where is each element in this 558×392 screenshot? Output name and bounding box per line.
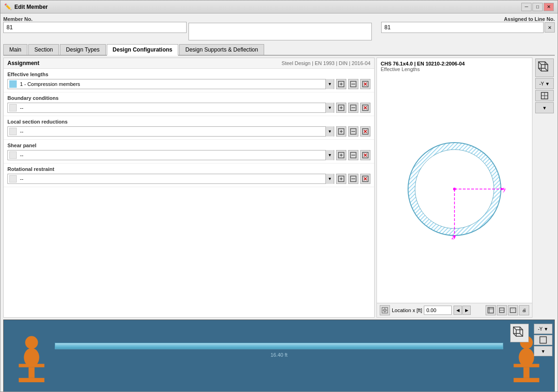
local-delete-btn[interactable] xyxy=(360,126,370,137)
print-btn[interactable]: 🖨 xyxy=(519,305,529,315)
svg-rect-89 xyxy=(540,337,546,343)
effective-lengths-color xyxy=(9,80,17,88)
svg-line-69 xyxy=(545,68,548,71)
3d-overlay-btn[interactable] xyxy=(510,324,529,342)
effective-lengths-row: 1 - Compression members ▼ xyxy=(7,79,370,89)
effective-lengths-section: Effective lengths 1 - Compression member… xyxy=(4,69,374,92)
rotational-restraint-section: Rotational restraint -- ▼ xyxy=(4,163,374,187)
effective-lengths-edit-btn[interactable] xyxy=(348,79,358,89)
svg-line-86 xyxy=(520,327,523,330)
boundary-delete-btn[interactable] xyxy=(360,103,370,113)
rotational-restraint-label: Rotational restraint xyxy=(7,166,370,172)
view-btn-3[interactable] xyxy=(508,305,518,315)
window-title: Edit Member xyxy=(14,4,521,10)
member-no-value: 81 xyxy=(3,22,187,33)
shear-panel-label: Shear panel xyxy=(7,143,370,148)
local-add-btn[interactable] xyxy=(336,126,346,137)
rotational-edit-btn[interactable] xyxy=(348,174,358,184)
local-section-dropdown[interactable]: -- ▼ xyxy=(7,126,334,137)
view-mode-btn[interactable] xyxy=(535,90,554,101)
svg-rect-75 xyxy=(19,364,44,367)
svg-point-73 xyxy=(25,336,38,349)
rotational-restraint-color xyxy=(9,175,17,183)
location-row: Location x [ft] ◀ ▶ xyxy=(377,303,532,317)
shear-delete-btn[interactable] xyxy=(360,150,370,160)
effective-lengths-arrow[interactable]: ▼ xyxy=(325,79,334,89)
tab-bar: Main Section Design Types Design Configu… xyxy=(3,44,555,56)
rotational-restraint-row: -- ▼ xyxy=(7,174,370,184)
view-btn-1[interactable] xyxy=(486,305,496,315)
rotational-delete-btn[interactable] xyxy=(360,174,370,184)
effective-lengths-add-btn[interactable] xyxy=(336,79,346,89)
assigned-row: 81 ✕ xyxy=(381,22,555,33)
svg-line-68 xyxy=(539,68,541,71)
assigned-value: 81 xyxy=(381,22,544,33)
svg-line-66 xyxy=(539,62,541,65)
minimize-btn[interactable]: ─ xyxy=(521,3,532,11)
location-label: Location x [ft] xyxy=(392,307,422,313)
local-section-color xyxy=(9,128,17,135)
boundary-conditions-label: Boundary conditions xyxy=(7,95,370,101)
steel-info: Steel Design | EN 1993 | DIN | 2016-04 xyxy=(282,60,370,66)
rotational-add-btn[interactable] xyxy=(336,174,346,184)
nav-prev-btn[interactable]: ◀ xyxy=(454,306,462,315)
tab-section[interactable]: Section xyxy=(28,44,59,55)
effective-lengths-delete-btn[interactable] xyxy=(360,79,370,89)
location-icon-btn[interactable] xyxy=(380,305,390,315)
shear-panel-arrow[interactable]: ▼ xyxy=(325,150,334,160)
rotational-restraint-text: -- xyxy=(18,176,325,182)
view-btn-2[interactable] xyxy=(497,305,507,315)
boundary-conditions-arrow[interactable]: ▼ xyxy=(325,103,334,113)
svg-rect-80 xyxy=(513,364,539,367)
boundary-conditions-color xyxy=(9,104,17,111)
location-input[interactable] xyxy=(424,306,452,315)
svg-line-67 xyxy=(545,62,548,65)
render-btn[interactable]: ▼ xyxy=(535,102,554,113)
view-y-btn[interactable]: -Y ▼ xyxy=(534,324,552,334)
boundary-conditions-text: -- xyxy=(18,105,325,111)
maximize-btn[interactable]: □ xyxy=(532,3,543,11)
section-info: CHS 76.1x4.0 | EN 10210-2:2006-04 Effect… xyxy=(377,58,532,75)
shear-panel-text: -- xyxy=(18,152,325,158)
shear-panel-dropdown[interactable]: -- ▼ xyxy=(7,150,334,160)
effective-lengths-dropdown[interactable]: 1 - Compression members ▼ xyxy=(7,79,334,89)
member-no-section: Member No. 81 xyxy=(3,16,187,40)
local-section-row: -- ▼ xyxy=(7,126,370,137)
boundary-conditions-dropdown[interactable]: -- ▼ xyxy=(7,103,334,113)
assigned-label: Assigned to Line No. xyxy=(504,16,555,22)
boundary-add-btn[interactable] xyxy=(336,103,346,113)
beam-element xyxy=(55,343,503,349)
section-title: CHS 76.1x4.0 | EN 10210-2:2006-04 xyxy=(381,61,528,66)
y-axis-btn[interactable]: -Y ▼ xyxy=(535,78,554,89)
assignment-title: Assignment xyxy=(7,60,39,66)
rotational-restraint-arrow[interactable]: ▼ xyxy=(325,174,334,184)
3d-cube-btn[interactable] xyxy=(535,59,554,77)
local-edit-btn[interactable] xyxy=(348,126,358,137)
left-support xyxy=(13,334,50,392)
view-grid-btn[interactable] xyxy=(534,335,552,345)
tab-design-configurations[interactable]: Design Configurations xyxy=(107,44,179,56)
effective-lengths-text: 1 - Compression members xyxy=(18,81,325,87)
assigned-section: Assigned to Line No. 81 ✕ xyxy=(374,16,555,40)
window-controls: ─ □ ✕ xyxy=(521,3,554,11)
svg-line-85 xyxy=(513,327,516,330)
clear-assigned-btn[interactable]: ✕ xyxy=(545,22,555,33)
title-bar: ✏️ Edit Member ─ □ ✕ xyxy=(0,0,558,13)
left-panel: Assignment Steel Design | EN 1993 | DIN … xyxy=(3,58,375,318)
view-shade-btn[interactable]: ▼ xyxy=(534,346,552,356)
rotational-restraint-dropdown[interactable]: -- ▼ xyxy=(7,174,334,184)
beam-length-label: 16.40 ft xyxy=(271,352,288,358)
left-support-svg xyxy=(15,334,48,392)
section-diagram-area: y z xyxy=(377,75,532,303)
close-btn[interactable]: ✕ xyxy=(544,3,554,11)
local-section-arrow[interactable]: ▼ xyxy=(325,126,334,137)
shear-edit-btn[interactable] xyxy=(348,150,358,160)
boundary-edit-btn[interactable] xyxy=(348,103,358,113)
shear-add-btn[interactable] xyxy=(336,150,346,160)
tab-design-types[interactable]: Design Types xyxy=(60,44,106,55)
line-no-section xyxy=(188,16,372,40)
right-toolbar: -Y ▼ ▼ xyxy=(534,58,555,318)
tab-design-supports[interactable]: Design Supports & Deflection xyxy=(179,44,264,55)
nav-next-btn[interactable]: ▶ xyxy=(462,306,471,315)
tab-main[interactable]: Main xyxy=(3,44,27,55)
